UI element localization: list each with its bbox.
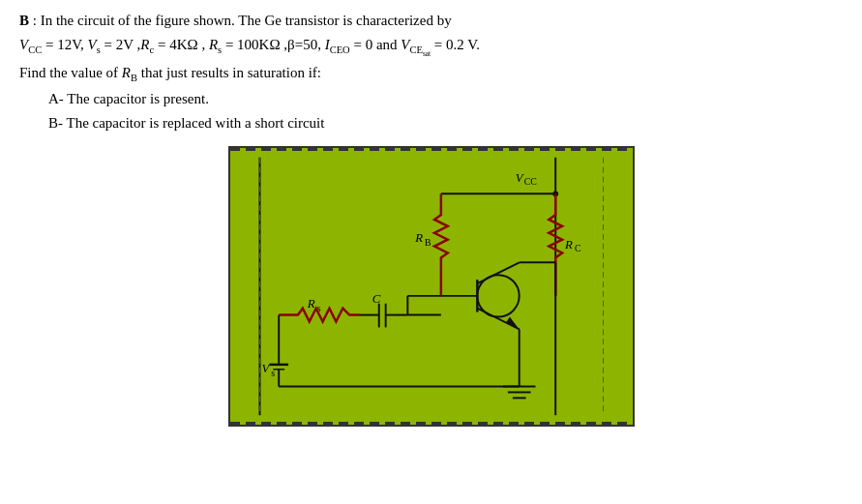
svg-text:R: R	[414, 231, 423, 245]
svg-text:CC: CC	[523, 177, 537, 188]
svg-text:C: C	[372, 292, 380, 306]
svg-text:R: R	[306, 297, 314, 311]
svg-text:B: B	[425, 237, 431, 248]
option-a: A- The capacitor is present.	[48, 88, 843, 110]
page: B : In the circuit of the figure shown. …	[0, 0, 862, 504]
svg-text:R: R	[564, 238, 573, 252]
problem-text: B : In the circuit of the figure shown. …	[19, 10, 843, 136]
svg-marker-12	[505, 317, 519, 330]
problem-line2: Find the value of RB that just results i…	[19, 62, 843, 86]
option-b: B- The capacitor is replaced with a shor…	[48, 112, 843, 134]
problem-intro: : In the circuit of the figure shown. Th…	[33, 13, 452, 28]
circuit-svg: V CC R C	[230, 148, 633, 425]
circuit-diagram: V CC R C	[228, 146, 635, 427]
problem-line1: VCC = 12V, Vs = 2V ,Rc = 4KΩ , Rs = 100K…	[19, 34, 843, 59]
problem-label: B	[19, 13, 29, 28]
svg-text:C: C	[574, 244, 580, 254]
circuit-container: V CC R C	[19, 146, 843, 427]
